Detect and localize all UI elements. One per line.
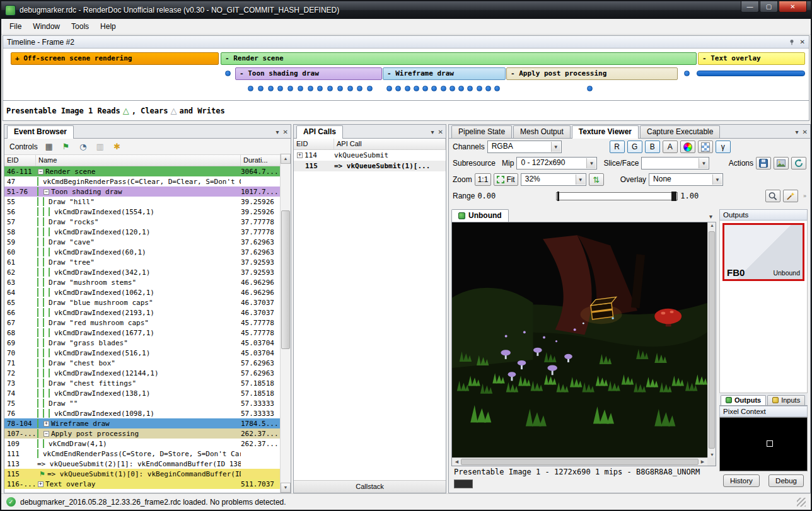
event-row[interactable]: 71Draw "chest box"57.62963: [4, 358, 280, 368]
draw-event-dot[interactable]: [414, 86, 419, 91]
fb0-thumbnail[interactable]: FB0 Unbound: [722, 223, 804, 281]
timeline-wireframe-draw-dots[interactable]: [386, 85, 500, 92]
viewport-vscrollbar[interactable]: ▲ ▼: [707, 222, 716, 457]
event-browser-scrollbar[interactable]: ▲ ▼: [280, 154, 291, 493]
draw-event-dot[interactable]: [268, 86, 274, 91]
panel-menu-icon[interactable]: ▾: [276, 129, 279, 135]
scroll-right-icon[interactable]: ▶: [699, 459, 707, 464]
event-row[interactable]: 51-76−Toon shading draw1017.7...: [4, 187, 280, 197]
timeline-bar-postproc[interactable]: - Apply post processing: [506, 67, 678, 80]
menu-file[interactable]: File: [4, 20, 27, 33]
scroll-up-icon[interactable]: ▲: [281, 154, 291, 164]
timeline-draw-dot[interactable]: [225, 70, 231, 77]
timeline-textoverlay-events-bar[interactable]: [697, 71, 805, 76]
draw-event-dot[interactable]: [277, 86, 283, 91]
event-row[interactable]: 56vkCmdDrawIndexed(1554,1)39.25926: [4, 207, 280, 217]
panel-close-icon[interactable]: ✕: [283, 129, 288, 135]
draw-event-dot[interactable]: [684, 71, 690, 76]
event-row[interactable]: 72vkCmdDrawIndexed(12144,1)57.62963: [4, 368, 280, 378]
columns-select-icon[interactable]: ▦: [44, 142, 55, 151]
event-row[interactable]: 76vkCmdDrawIndexed(1098,1)57.33333: [4, 408, 280, 418]
channel-g-button[interactable]: G: [627, 141, 642, 153]
event-row[interactable]: 78-104+Wireframe draw1784.5...: [4, 418, 280, 428]
tab-inputs[interactable]: Inputs: [767, 395, 805, 405]
channel-a-button[interactable]: A: [663, 141, 678, 153]
viewport-hscrollbar[interactable]: ◀ ▶: [452, 457, 707, 466]
tab-api-calls[interactable]: API Calls: [296, 125, 343, 139]
api-call-row[interactable]: 115=> vkQueueSubmit(1)[...: [294, 161, 446, 171]
draw-event-dot[interactable]: [327, 86, 333, 91]
event-row[interactable]: 65Draw "blue mushroom caps"46.37037: [4, 297, 280, 307]
scroll-thumb[interactable]: [281, 210, 290, 349]
draw-event-dot[interactable]: [386, 86, 392, 91]
draw-event-dot[interactable]: [367, 86, 373, 91]
event-row[interactable]: 59Draw "cave"37.62963: [4, 237, 280, 247]
pixel-context-view[interactable]: [719, 417, 808, 471]
collapse-icon[interactable]: −: [38, 169, 44, 175]
scroll-down-icon[interactable]: ▼: [281, 483, 291, 493]
menu-help[interactable]: Help: [95, 20, 122, 33]
panel-menu-icon[interactable]: ▾: [796, 129, 799, 135]
timeline-draw-dot[interactable]: [684, 70, 690, 77]
debug-button[interactable]: Debug: [768, 474, 804, 487]
history-button[interactable]: History: [723, 474, 760, 487]
draw-event-dot[interactable]: [248, 86, 253, 91]
event-row[interactable]: 64vkCmdDrawIndexed(1062,1)46.96296: [4, 287, 280, 297]
event-row[interactable]: 115⚑=> vkQueueSubmit(1)[0]: vkBeginComma…: [4, 469, 280, 479]
event-row[interactable]: 69Draw "grass blades"45.03704: [4, 338, 280, 348]
menu-tools[interactable]: Tools: [66, 20, 95, 33]
event-row[interactable]: 66vkCmdDrawIndexed(2193,1)46.37037: [4, 307, 280, 318]
draw-event-dot[interactable]: [485, 86, 491, 91]
event-row[interactable]: 67Draw "red mushroom caps"45.77778: [4, 318, 280, 328]
checker-background-button[interactable]: [698, 141, 713, 153]
event-row[interactable]: 109vkCmdDraw(4,1)262.37...: [4, 439, 280, 449]
col-eid[interactable]: EID: [4, 155, 36, 166]
draw-event-dot[interactable]: [347, 86, 353, 91]
save-texture-button[interactable]: [756, 157, 771, 169]
scroll-thumb[interactable]: [709, 231, 715, 449]
draw-event-dot[interactable]: [467, 86, 473, 91]
tab-capture-executable[interactable]: Capture Executable: [640, 125, 720, 138]
event-row[interactable]: 73Draw "chest fittings"57.18518: [4, 378, 280, 388]
controls-label[interactable]: Controls: [9, 142, 38, 151]
event-row[interactable]: 107-...−Apply post processing262.37...: [4, 428, 280, 439]
event-row[interactable]: 70vkCmdDrawIndexed(516,1)45.03704: [4, 348, 280, 358]
stats-icon[interactable]: ▥: [95, 142, 106, 151]
minimize-button[interactable]: —: [741, 1, 759, 13]
expand-icon[interactable]: +: [297, 152, 303, 158]
toolbar-overflow-icon[interactable]: »: [803, 193, 806, 199]
draw-event-dot[interactable]: [258, 86, 264, 91]
zoom-1to1-button[interactable]: 1:1: [475, 173, 492, 186]
timeline-bar-render-scene[interactable]: - Render scene: [221, 52, 697, 65]
draw-event-dot[interactable]: [317, 86, 323, 91]
timeline-toon-draw-dots[interactable]: [248, 85, 373, 92]
expand-icon[interactable]: +: [38, 481, 44, 487]
event-row[interactable]: 63Draw "mushroom stems"46.96296: [4, 277, 280, 287]
channel-r-button[interactable]: R: [610, 141, 625, 153]
draw-event-dot[interactable]: [357, 86, 362, 91]
panel-close-icon[interactable]: ✕: [803, 129, 808, 135]
draw-event-dot[interactable]: [287, 86, 293, 91]
goto-resource-button[interactable]: [791, 157, 806, 169]
scroll-up-icon[interactable]: ▲: [708, 223, 716, 227]
channel-b-button[interactable]: B: [645, 141, 660, 153]
open-texture-list-button[interactable]: [774, 157, 789, 169]
mip-select[interactable]: 0 - 1272x690▼: [516, 157, 597, 169]
overlay-select[interactable]: None▼: [649, 173, 723, 186]
event-row[interactable]: 61Draw "tree"37.92593: [4, 257, 280, 267]
timeline-close-icon[interactable]: ✕: [800, 38, 805, 45]
tab-event-browser[interactable]: Event Browser: [7, 125, 74, 139]
timeline-bar-text-overlay[interactable]: - Text overlay: [698, 52, 805, 65]
draw-event-dot[interactable]: [225, 71, 231, 76]
texture-tab-list-icon[interactable]: ▾: [705, 213, 716, 222]
callstack-section[interactable]: Callstack: [294, 480, 446, 493]
resize-grip[interactable]: [797, 498, 806, 507]
texture-viewport[interactable]: ▲ ▼ ◀ ▶: [451, 222, 716, 466]
col-name[interactable]: Name: [36, 155, 241, 166]
draw-event-dot[interactable]: [441, 86, 446, 91]
api-call-row[interactable]: +114vkQueueSubmit: [294, 150, 446, 161]
draw-event-dot[interactable]: [494, 86, 500, 91]
zoom-percent-select[interactable]: 32%▼: [521, 173, 586, 186]
pin-icon[interactable]: [789, 39, 795, 45]
col-eid[interactable]: EID: [294, 139, 334, 149]
